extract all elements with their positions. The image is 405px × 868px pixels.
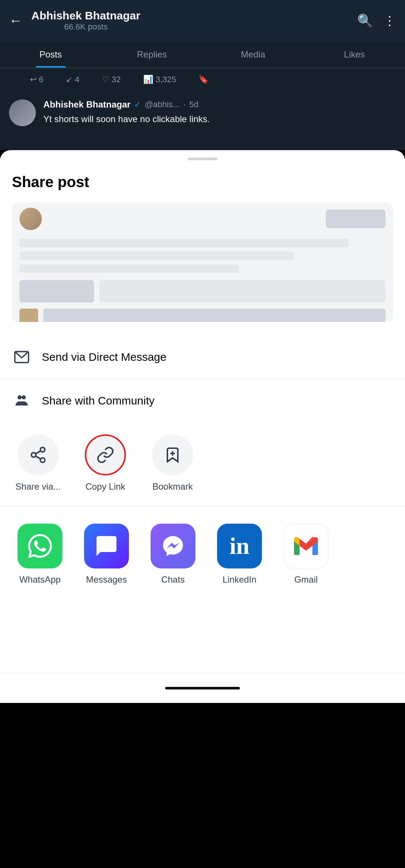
chats-icon <box>151 524 195 568</box>
more-icon[interactable]: ⋮ <box>383 13 396 28</box>
stat-views: 📊 3,325 <box>143 75 176 84</box>
tab-likes[interactable]: Likes <box>304 41 405 68</box>
app-linkedin[interactable]: in LinkedIn <box>211 524 268 585</box>
linkedin-icon: in <box>217 524 262 568</box>
tweet-text: Yt shorts will soon have no clickable li… <box>43 113 396 125</box>
community-icon <box>12 391 31 410</box>
share-via-action[interactable]: Share via... <box>12 434 64 492</box>
stats-row: ↩ 6 ↙ 4 ♡ 32 📊 3,325 🔖 <box>0 68 405 90</box>
tweet-age: 5d <box>189 100 198 109</box>
home-indicator <box>165 687 240 689</box>
app-chats[interactable]: Chats <box>145 524 201 585</box>
chats-label: Chats <box>161 574 185 585</box>
copy-link-label: Copy Link <box>86 481 126 492</box>
tweet-time: · <box>183 100 186 109</box>
gmail-label: Gmail <box>294 574 318 585</box>
stat-bookmarks: 🔖 <box>198 75 208 84</box>
bookmark-action[interactable]: Bookmark <box>146 434 199 492</box>
community-label: Share with Community <box>42 394 155 407</box>
copy-link-action[interactable]: Copy Link <box>79 434 132 492</box>
stat-replies: ↩ 6 <box>30 75 43 84</box>
stat-retweets: ↙ 4 <box>66 75 79 84</box>
tweet-author-name: Abhishek Bhatnagar <box>43 99 130 110</box>
profile-title: Abhishek Bhatnagar 66.6K posts <box>31 9 140 32</box>
share-via-label: Share via... <box>15 481 61 492</box>
verified-icon: ✓ <box>134 100 141 109</box>
send-direct-message[interactable]: Send via Direct Message <box>12 335 393 379</box>
sheet-title: Share post <box>12 174 393 190</box>
top-bar: ← Abhishek Bhatnagar 66.6K posts 🔍 ⋮ <box>0 0 405 41</box>
profile-name: Abhishek Bhatnagar <box>31 9 140 22</box>
envelope-icon <box>12 347 31 367</box>
apps-row: WhatsApp Messages Chats in <box>12 518 393 592</box>
tweet-content: Abhishek Bhatnagar ✓ @abhis... · 5d Yt s… <box>43 99 396 125</box>
avatar <box>9 99 36 126</box>
linkedin-label: LinkedIn <box>223 574 257 585</box>
divider-2 <box>0 505 405 506</box>
whatsapp-label: WhatsApp <box>19 574 61 585</box>
post-preview-blurred <box>12 202 393 322</box>
svg-line-6 <box>35 456 41 459</box>
drag-handle <box>188 158 217 160</box>
app-gmail[interactable]: Gmail <box>278 524 334 585</box>
tab-bar: Posts Replies Media Likes <box>0 41 405 68</box>
share-community[interactable]: Share with Community <box>12 379 393 422</box>
tweet-handle: @abhis... <box>145 100 179 109</box>
svg-point-4 <box>31 453 36 457</box>
messages-label: Messages <box>86 574 127 585</box>
direct-message-label: Send via Direct Message <box>42 351 167 363</box>
stat-likes: ♡ 32 <box>102 75 121 84</box>
copy-link-circle <box>85 434 126 475</box>
gmail-icon <box>284 524 328 568</box>
svg-point-5 <box>40 458 45 462</box>
bookmark-circle <box>152 434 193 475</box>
bottom-nav <box>0 673 405 703</box>
app-whatsapp[interactable]: WhatsApp <box>12 524 68 585</box>
app-messages[interactable]: Messages <box>78 524 135 585</box>
share-via-circle <box>18 434 59 475</box>
tab-media[interactable]: Media <box>202 41 304 68</box>
search-icon[interactable]: 🔍 <box>357 13 373 28</box>
tweet-preview: Abhishek Bhatnagar ✓ @abhis... · 5d Yt s… <box>0 90 405 150</box>
back-button[interactable]: ← <box>9 14 22 27</box>
svg-line-7 <box>35 451 41 454</box>
posts-count: 66.6K posts <box>31 22 140 32</box>
svg-point-1 <box>18 395 22 399</box>
svg-point-3 <box>40 447 45 452</box>
svg-point-2 <box>22 395 26 399</box>
whatsapp-icon <box>18 524 62 568</box>
tab-replies[interactable]: Replies <box>101 41 202 68</box>
actions-row: Share via... Copy Link Bookmark <box>12 422 393 499</box>
tab-posts[interactable]: Posts <box>0 41 101 68</box>
messages-icon <box>84 524 129 568</box>
bookmark-label: Bookmark <box>152 481 193 492</box>
share-sheet: Share post <box>0 150 405 673</box>
